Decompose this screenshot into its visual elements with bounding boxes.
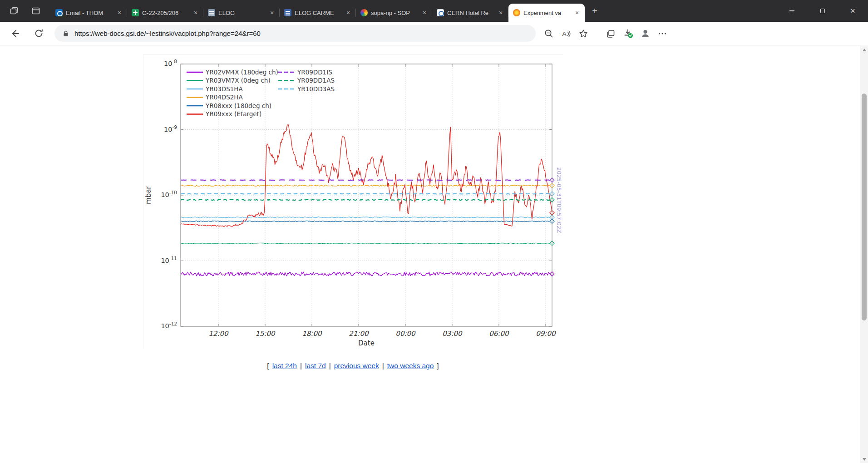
- new-tab-button[interactable]: +: [587, 4, 602, 18]
- scrollbar-thumb[interactable]: [862, 94, 867, 320]
- scroll-down-button[interactable]: [860, 455, 868, 463]
- tab-close-icon[interactable]: ×: [115, 9, 123, 17]
- svg-text:YR09DD1AS: YR09DD1AS: [297, 77, 335, 84]
- close-icon: ×: [850, 6, 855, 16]
- vacuum-pressure-plot: 10-810-910-1010-1110-1212:0015:0018:0021…: [143, 54, 563, 349]
- separator: |: [329, 362, 331, 369]
- bracket-right: ]: [437, 362, 439, 369]
- tab-label: sopa-np - SOP: [371, 10, 418, 16]
- link-last-24h[interactable]: last 24h: [272, 362, 297, 369]
- link-last-7d[interactable]: last 7d: [305, 362, 326, 369]
- svg-text:mbar: mbar: [144, 186, 153, 204]
- svg-text:2025-05-31T09:57:02Z: 2025-05-31T09:57:02Z: [556, 167, 562, 233]
- add-favorite-star-icon[interactable]: [575, 25, 592, 42]
- time-range-links: [last 24h|last 7d|previous week|two week…: [143, 362, 563, 370]
- svg-text:15:00: 15:00: [255, 330, 276, 338]
- tab-label: ELOG CARME: [295, 10, 341, 16]
- svg-text:Date: Date: [358, 339, 375, 347]
- back-button[interactable]: [6, 25, 24, 42]
- read-aloud-icon[interactable]: A: [557, 25, 575, 42]
- svg-text:00:00: 00:00: [395, 330, 416, 338]
- zoom-out-icon[interactable]: [540, 25, 557, 42]
- page-content: 10-810-910-1010-1110-1212:0015:0018:0021…: [0, 46, 868, 463]
- separator: |: [382, 362, 384, 369]
- window-controls: ×: [777, 0, 868, 22]
- svg-text:12:00: 12:00: [208, 330, 229, 338]
- link-previous-week[interactable]: previous week: [334, 362, 379, 369]
- svg-text:18:00: 18:00: [302, 330, 322, 338]
- address-bar[interactable]: https://web-docs.gsi.de/~lestinsk/vacplo…: [54, 25, 536, 42]
- tab-label: ELOG: [218, 10, 265, 16]
- tab-label: G-22-205/206: [142, 10, 189, 16]
- cern-hotel-favicon: [437, 9, 444, 16]
- tab-elog[interactable]: ELOG ×: [203, 4, 280, 22]
- minimize-button[interactable]: [777, 0, 807, 22]
- tab-experiment-vacplot[interactable]: Experiment va ×: [508, 4, 585, 22]
- tab-label: Email - THOM: [66, 10, 113, 16]
- link-two-weeks-ago[interactable]: two weeks ago: [387, 362, 434, 369]
- scroll-up-button[interactable]: [860, 46, 868, 54]
- tab-email[interactable]: Email - THOM ×: [51, 4, 127, 22]
- svg-text:03:00: 03:00: [442, 330, 463, 338]
- svg-text:YR09DD1IS: YR09DD1IS: [297, 69, 332, 76]
- tab-close-icon[interactable]: ×: [268, 9, 276, 17]
- elog-favicon: [208, 9, 215, 16]
- tab-sopa-np[interactable]: sopa-np - SOP ×: [356, 4, 432, 22]
- tab-strip: Email - THOM × G-22-205/206 × ELOG × ELO…: [0, 0, 868, 22]
- svg-text:09:00: 09:00: [536, 330, 556, 338]
- sopa-favicon: [360, 9, 368, 16]
- svg-text:YR08xxx (180deg ch): YR08xxx (180deg ch): [205, 102, 271, 109]
- page-scrollbar[interactable]: [860, 46, 868, 463]
- svg-text:YR03DS1HA: YR03DS1HA: [205, 85, 243, 93]
- collections-icon[interactable]: [602, 25, 619, 42]
- tab-close-icon[interactable]: ×: [344, 9, 352, 17]
- tab-label: CERN Hotel Re: [447, 10, 494, 16]
- tab-close-icon[interactable]: ×: [497, 9, 505, 17]
- more-menu-icon[interactable]: [654, 25, 671, 42]
- outlook-favicon: [55, 9, 63, 16]
- downloads-icon[interactable]: [619, 25, 636, 42]
- profile-avatar[interactable]: [636, 25, 654, 42]
- tab-cern-hotel[interactable]: CERN Hotel Re ×: [432, 4, 508, 22]
- maximize-icon: [820, 9, 825, 13]
- tab-label: Experiment va: [523, 10, 570, 16]
- svg-text:21:00: 21:00: [349, 330, 369, 338]
- svg-text:06:00: 06:00: [489, 330, 509, 338]
- lock-icon[interactable]: [62, 30, 70, 38]
- bracket-left: [: [267, 362, 269, 369]
- svg-text:YR02VM4X (180deg ch): YR02VM4X (180deg ch): [205, 69, 278, 76]
- scroll-up-icon: [863, 49, 866, 51]
- svg-text:YR09xxx (Etarget): YR09xxx (Etarget): [205, 110, 261, 118]
- svg-text:YR03VM7X (0deg ch): YR03VM7X (0deg ch): [205, 77, 271, 84]
- svg-text:YR04DS2HA: YR04DS2HA: [205, 94, 243, 101]
- svg-text:YR10DD3AS: YR10DD3AS: [297, 85, 335, 93]
- refresh-button[interactable]: [30, 25, 47, 42]
- tab-close-icon[interactable]: ×: [192, 9, 200, 17]
- browser-window: Email - THOM × G-22-205/206 × ELOG × ELO…: [0, 0, 868, 463]
- browser-toolbar: https://web-docs.gsi.de/~lestinsk/vacplo…: [0, 22, 868, 45]
- close-button[interactable]: ×: [838, 0, 868, 22]
- tab-close-icon[interactable]: ×: [573, 9, 581, 17]
- minimize-icon: [789, 10, 794, 11]
- tab-g22-sheet[interactable]: G-22-205/206 ×: [127, 4, 203, 22]
- tab-close-icon[interactable]: ×: [420, 9, 429, 17]
- spreadsheet-favicon: [132, 9, 139, 16]
- svg-text:A: A: [562, 30, 567, 37]
- scroll-down-icon: [863, 458, 866, 461]
- toolbar-icons: A: [540, 25, 671, 42]
- tab-actions-icon[interactable]: [28, 3, 44, 19]
- workspaces-icon[interactable]: [6, 3, 22, 19]
- tab-elog-carme[interactable]: ELOG CARME ×: [280, 4, 356, 22]
- elog-carme-favicon: [284, 9, 291, 16]
- address-input[interactable]: https://web-docs.gsi.de/~lestinsk/vacplo…: [74, 30, 261, 37]
- vacplot-favicon: [513, 9, 520, 16]
- maximize-button[interactable]: [807, 0, 838, 22]
- separator: |: [300, 362, 302, 369]
- tab-list: Email - THOM × G-22-205/206 × ELOG × ELO…: [51, 0, 585, 22]
